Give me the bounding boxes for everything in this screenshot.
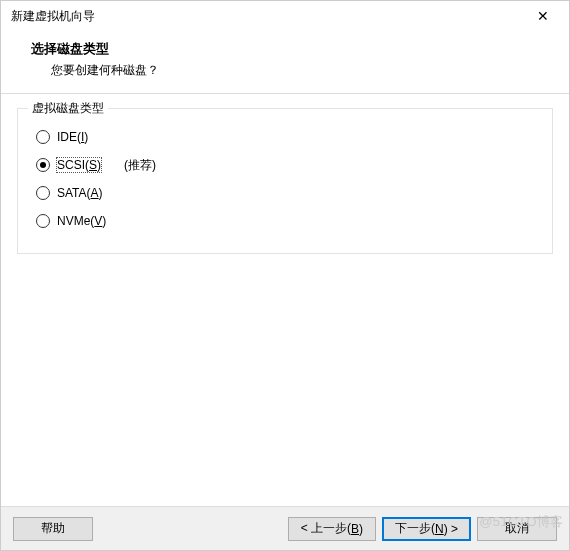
close-button[interactable]: ✕ [523, 2, 563, 30]
radio-ide-label[interactable]: IDE(I) [56, 129, 89, 145]
group-title: 虚拟磁盘类型 [28, 100, 108, 117]
radio-sata-label[interactable]: SATA(A) [56, 185, 104, 201]
page-subtitle: 您要创建何种磁盘？ [31, 62, 551, 79]
wizard-footer: 帮助 < 上一步(B) 下一步(N) > 取消 [1, 506, 569, 550]
next-button[interactable]: 下一步(N) > [382, 517, 471, 541]
radio-ide[interactable] [36, 130, 50, 144]
radio-sata[interactable] [36, 186, 50, 200]
page-title: 选择磁盘类型 [31, 41, 551, 58]
cancel-button[interactable]: 取消 [477, 517, 557, 541]
radio-row-ide: IDE(I) [36, 123, 534, 151]
titlebar: 新建虚拟机向导 ✕ [1, 1, 569, 31]
radio-scsi[interactable] [36, 158, 50, 172]
radio-row-nvme: NVMe(V) [36, 207, 534, 235]
radio-nvme-label[interactable]: NVMe(V) [56, 213, 107, 229]
wizard-header: 选择磁盘类型 您要创建何种磁盘？ [1, 31, 569, 93]
radio-nvme[interactable] [36, 214, 50, 228]
back-button[interactable]: < 上一步(B) [288, 517, 376, 541]
radio-row-sata: SATA(A) [36, 179, 534, 207]
radio-scsi-label[interactable]: SCSI(S) [56, 157, 102, 173]
recommended-label: (推荐) [124, 157, 156, 174]
wizard-content: 虚拟磁盘类型 IDE(I) SCSI(S) (推荐) SATA(A) NVMe(… [1, 94, 569, 506]
wizard-window: 新建虚拟机向导 ✕ 选择磁盘类型 您要创建何种磁盘？ 虚拟磁盘类型 IDE(I)… [0, 0, 570, 551]
help-button[interactable]: 帮助 [13, 517, 93, 541]
close-icon: ✕ [537, 8, 549, 24]
disk-type-group: 虚拟磁盘类型 IDE(I) SCSI(S) (推荐) SATA(A) NVMe(… [17, 108, 553, 254]
radio-row-scsi: SCSI(S) (推荐) [36, 151, 534, 179]
window-title: 新建虚拟机向导 [11, 8, 523, 25]
